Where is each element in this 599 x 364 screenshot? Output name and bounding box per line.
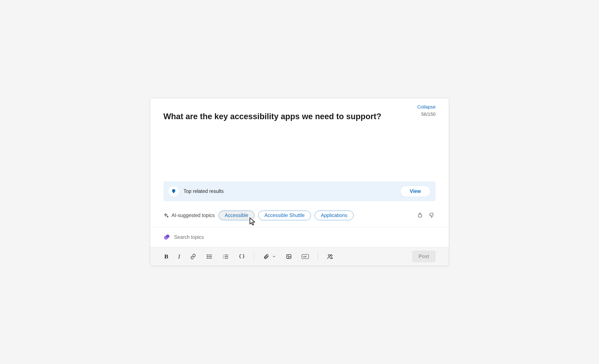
link-icon (190, 253, 196, 260)
code-braces-icon (239, 253, 245, 260)
topic-pill-accessible[interactable]: Accessible (219, 211, 255, 220)
format-toolbar: B I 1 2 3 (150, 247, 449, 266)
image-button[interactable] (285, 253, 293, 260)
people-add-icon (327, 253, 334, 260)
svg-point-15 (288, 256, 289, 257)
attach-button[interactable] (262, 253, 270, 260)
compose-card: Collapse What are the key accessibility … (150, 98, 449, 266)
related-results-banner: Top related results View (163, 181, 436, 201)
bold-icon: B (164, 253, 168, 260)
related-left: Top related results (168, 186, 224, 196)
thumbs-down-button[interactable] (428, 211, 436, 220)
gif-button[interactable]: GIF (301, 253, 310, 260)
ai-label-group: AI-suggested topics (163, 213, 215, 218)
svg-text:3: 3 (223, 257, 224, 259)
italic-icon: I (178, 253, 180, 260)
post-button[interactable]: Post (412, 251, 436, 262)
svg-rect-14 (287, 254, 291, 258)
ai-suggested-row: AI-suggested topics Accessible Accessibl… (163, 211, 436, 220)
question-title[interactable]: What are the key accessibility apps we n… (163, 112, 381, 122)
italic-button[interactable]: I (177, 252, 181, 261)
svg-text:GIF: GIF (303, 256, 307, 258)
bold-button[interactable]: B (163, 252, 169, 261)
svg-point-5 (207, 255, 208, 255)
thumbs-up-button[interactable] (416, 211, 424, 220)
thumbs-down-icon (429, 212, 435, 218)
chevron-down-icon (272, 255, 276, 258)
topics-icon (163, 234, 170, 240)
svg-point-18 (328, 254, 330, 256)
topic-pill-accessible-shuttle[interactable]: Accessible Shuttle (258, 211, 311, 220)
bullet-list-button[interactable] (205, 252, 213, 261)
image-icon (286, 254, 292, 259)
toolbar-separator (254, 253, 254, 260)
view-button[interactable]: View (400, 186, 431, 197)
collapse-link[interactable]: Collapse (417, 104, 436, 110)
bullet-list-icon (206, 253, 212, 260)
character-count: 56/150 (421, 112, 436, 117)
search-topics-input[interactable] (174, 234, 260, 240)
numbered-list-icon: 1 2 3 (222, 253, 229, 260)
related-results-label: Top related results (184, 188, 224, 194)
header-row: Collapse (163, 104, 436, 110)
lightbulb-icon (171, 189, 176, 194)
mention-people-button[interactable] (326, 252, 334, 261)
link-button[interactable] (189, 252, 197, 261)
numbered-list-button[interactable]: 1 2 3 (221, 252, 230, 261)
topic-pill-applications[interactable]: Applications (315, 211, 353, 220)
paperclip-icon (263, 254, 269, 259)
attach-dropdown-button[interactable] (271, 254, 277, 259)
attach-group (262, 253, 277, 260)
svg-point-7 (207, 258, 208, 258)
svg-point-19 (330, 255, 332, 256)
title-row: What are the key accessibility apps we n… (163, 112, 436, 122)
svg-point-1 (166, 235, 169, 238)
svg-point-6 (207, 256, 208, 257)
feedback-group (416, 211, 436, 220)
thumbs-up-icon (417, 212, 423, 218)
card-body: Collapse What are the key accessibility … (150, 98, 449, 247)
sparkle-icon (163, 213, 169, 218)
code-block-button[interactable] (238, 252, 246, 261)
ai-suggested-label: AI-suggested topics (172, 213, 215, 218)
gif-icon: GIF (302, 254, 309, 259)
search-topics-row (163, 227, 436, 247)
lightbulb-badge (168, 186, 179, 196)
